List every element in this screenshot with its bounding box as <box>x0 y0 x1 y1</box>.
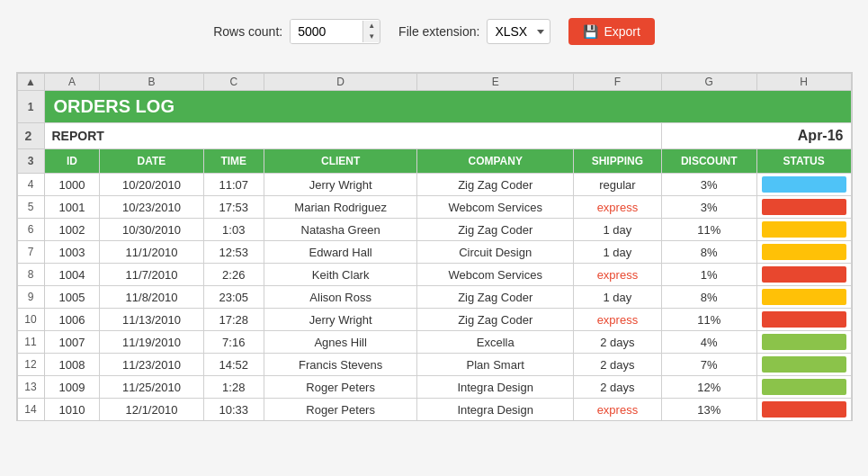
rows-count-group: Rows count: ▲ ▼ <box>213 19 380 44</box>
row-num: 12 <box>17 354 44 376</box>
cell-id: 1006 <box>44 309 100 331</box>
cell-discount: 11% <box>661 309 756 331</box>
cell-time: 2:26 <box>203 264 264 286</box>
cell-discount: 13% <box>661 399 756 421</box>
cell-time: 14:52 <box>203 354 264 376</box>
header-col-company: COMPANY <box>417 149 573 174</box>
cell-company: Circuit Design <box>417 241 573 264</box>
export-button[interactable]: 💾 Export <box>568 18 654 45</box>
cell-client: Edward Hall <box>264 241 417 264</box>
status-bar <box>762 221 846 238</box>
row-num: 10 <box>17 309 44 331</box>
status-bar <box>762 289 846 305</box>
cell-date: 11/19/2010 <box>100 331 203 354</box>
cell-time: 12:53 <box>203 241 264 264</box>
orders-log-title: ORDERS LOG <box>44 91 851 123</box>
status-bar <box>762 356 846 373</box>
cell-status <box>756 331 851 354</box>
row-num: 14 <box>17 399 44 421</box>
status-bar <box>762 379 846 395</box>
export-label: Export <box>604 24 640 39</box>
report-label: REPORT <box>44 123 661 149</box>
table-row: 11 1007 11/19/2010 7:16 Agnes Hill Excel… <box>17 331 851 354</box>
cell-shipping: 1 day <box>573 286 661 309</box>
cell-id: 1000 <box>44 174 100 196</box>
row-num: 9 <box>17 286 44 309</box>
cell-discount: 8% <box>661 286 756 309</box>
cell-company: Plan Smart <box>417 354 573 376</box>
file-extension-group: File extension: XLSX CSV ODS <box>398 19 550 44</box>
cell-time: 1:03 <box>203 219 264 241</box>
cell-shipping: 2 days <box>573 331 661 354</box>
col-header-d: D <box>264 74 417 91</box>
cell-status <box>756 376 851 399</box>
controls-bar: Rows count: ▲ ▼ File extension: XLSX CSV… <box>213 18 655 45</box>
header-col-client: CLIENT <box>264 149 417 174</box>
cell-time: 10:33 <box>203 399 264 421</box>
cell-discount: 11% <box>661 219 756 241</box>
cell-date: 11/7/2010 <box>100 264 203 286</box>
cell-client: Jerry Wright <box>264 174 417 196</box>
table-row: 13 1009 11/25/2010 1:28 Roger Peters Int… <box>17 376 851 399</box>
rows-count-up[interactable]: ▲ <box>363 21 380 31</box>
cell-shipping: 2 days <box>573 376 661 399</box>
cell-client: Roger Peters <box>264 376 417 399</box>
table-row: 9 1005 11/8/2010 23:05 Alison Ross Zig Z… <box>17 286 851 309</box>
cell-time: 17:28 <box>203 309 264 331</box>
file-extension-select[interactable]: XLSX CSV ODS <box>487 19 550 44</box>
export-icon: 💾 <box>583 24 598 39</box>
cell-client: Natasha Green <box>264 219 417 241</box>
report-row: 2 REPORT Apr-16 <box>17 123 851 149</box>
header-col-time: TIME <box>203 149 264 174</box>
row-num-1: 1 <box>17 91 44 123</box>
cell-company: Zig Zag Coder <box>417 174 573 196</box>
cell-company: Integra Design <box>417 399 573 421</box>
shipping-value: 2 days <box>600 336 634 349</box>
cell-discount: 3% <box>661 196 756 219</box>
shipping-value: 2 days <box>600 358 634 372</box>
cell-time: 17:53 <box>203 196 264 219</box>
shipping-express: express <box>597 403 639 417</box>
rows-count-down[interactable]: ▼ <box>363 31 380 42</box>
cell-id: 1008 <box>44 354 100 376</box>
cell-status <box>756 241 851 264</box>
row-num: 13 <box>17 376 44 399</box>
cell-status <box>756 219 851 241</box>
header-col-shipping: SHIPPING <box>573 149 661 174</box>
col-header-g: G <box>661 74 756 91</box>
header-col-date: DATE <box>100 149 203 174</box>
cell-company: Zig Zag Coder <box>417 286 573 309</box>
shipping-value: 1 day <box>603 246 631 259</box>
col-header-e: E <box>417 74 573 91</box>
cell-id: 1009 <box>44 376 100 399</box>
rows-count-label: Rows count: <box>213 24 282 39</box>
cell-shipping: express <box>573 264 661 286</box>
status-bar <box>762 311 846 328</box>
cell-client: Marian Rodriguez <box>264 196 417 219</box>
spreadsheet: ▲ A B C D E F G H 1 ORDERS LOG 2 REPORT … <box>16 72 853 421</box>
cell-discount: 7% <box>661 354 756 376</box>
cell-status <box>756 264 851 286</box>
orders-log-row: 1 ORDERS LOG <box>17 91 851 123</box>
shipping-express: express <box>597 201 639 214</box>
cell-company: Zig Zag Coder <box>417 219 573 241</box>
cell-status <box>756 174 851 196</box>
cell-status <box>756 354 851 376</box>
row-num-3: 3 <box>17 149 44 174</box>
header-col-status: STATUS <box>756 149 851 174</box>
cell-time: 1:28 <box>203 376 264 399</box>
row-num: 8 <box>17 264 44 286</box>
rows-count-input[interactable] <box>291 20 362 43</box>
cell-id: 1003 <box>44 241 100 264</box>
cell-status <box>756 399 851 421</box>
cell-date: 11/23/2010 <box>100 354 203 376</box>
status-bar <box>762 176 846 193</box>
cell-id: 1002 <box>44 219 100 241</box>
cell-client: Jerry Wright <box>264 309 417 331</box>
cell-date: 11/1/2010 <box>100 241 203 264</box>
cell-status <box>756 286 851 309</box>
file-extension-label: File extension: <box>398 24 479 39</box>
status-bar <box>762 334 846 350</box>
row-num-2: 2 <box>17 123 44 149</box>
row-num: 4 <box>17 174 44 196</box>
